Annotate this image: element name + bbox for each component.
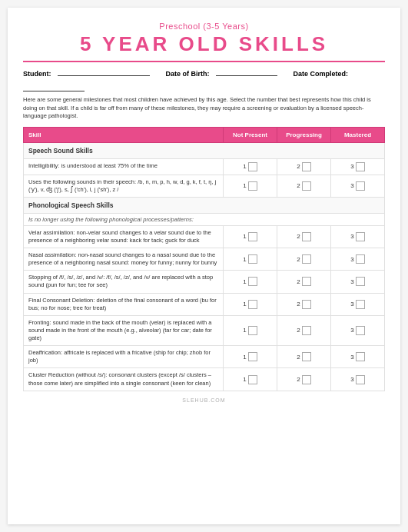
checkbox[interactable] xyxy=(248,352,257,361)
checkbox[interactable] xyxy=(356,300,365,309)
skill-cell: Final Consonant Deletion: deletion of th… xyxy=(24,293,224,315)
table-row: Nasal assimilation: non-nasal sound chan… xyxy=(24,248,385,271)
checkbox[interactable] xyxy=(248,254,257,264)
checkbox[interactable] xyxy=(248,300,257,309)
checkbox[interactable] xyxy=(302,181,311,191)
student-line xyxy=(58,68,150,76)
mastered-cell[interactable]: 3 xyxy=(331,368,385,391)
section-row: Speech Sound Skills xyxy=(24,142,385,158)
not-present-cell[interactable]: 1 xyxy=(224,293,277,315)
checkbox[interactable] xyxy=(302,254,311,264)
skill-cell: Velar assimilation: non-velar sound chan… xyxy=(24,225,224,248)
col-mastered: Mastered xyxy=(331,127,385,142)
skill-cell: Stopping of /f/, /s/, /z/, and /v/: /f/,… xyxy=(24,271,224,293)
checkbox[interactable] xyxy=(356,326,365,335)
table-row: Uses the following sounds in their speec… xyxy=(24,175,385,197)
student-label: Student: xyxy=(23,70,51,78)
checkbox[interactable] xyxy=(248,181,257,191)
progressing-cell[interactable]: 2 xyxy=(277,225,331,248)
checkbox[interactable] xyxy=(302,352,311,361)
checkbox[interactable] xyxy=(356,181,365,191)
progressing-cell[interactable]: 2 xyxy=(277,293,331,315)
not-present-cell[interactable]: 1 xyxy=(224,315,277,345)
page: Preschool (3-5 Years) 5 YEAR OLD SKILLS … xyxy=(8,8,400,524)
dob-label: Date of Birth: xyxy=(166,70,210,78)
col-not-present: Not Present xyxy=(224,127,277,142)
progressing-cell[interactable]: 2 xyxy=(277,158,331,175)
checkbox[interactable] xyxy=(248,326,257,335)
footer: SLEHUB.COM xyxy=(23,397,385,403)
progressing-cell[interactable]: 2 xyxy=(277,248,331,271)
checkbox[interactable] xyxy=(302,162,311,171)
checkbox[interactable] xyxy=(356,232,365,241)
checkbox[interactable] xyxy=(356,352,365,361)
table-row: Final Consonant Deletion: deletion of th… xyxy=(24,293,385,315)
info-row: Student: Date of Birth: Date Completed: xyxy=(23,68,385,91)
skill-cell: Fronting: sound made in the back of the … xyxy=(24,315,224,345)
dob-line xyxy=(216,68,277,76)
skills-table: Skill Not Present Progressing Mastered S… xyxy=(23,127,385,391)
checkbox[interactable] xyxy=(248,277,257,286)
col-skill: Skill xyxy=(24,127,224,142)
mastered-cell[interactable]: 3 xyxy=(331,225,385,248)
table-row: Deaffrication: affricate is replaced wit… xyxy=(24,346,385,368)
mastered-cell[interactable]: 3 xyxy=(331,293,385,315)
subsection-row: Is no longer using the following phonolo… xyxy=(24,213,385,225)
progressing-cell[interactable]: 2 xyxy=(277,368,331,391)
section-row: Phonological Speech Skills xyxy=(24,197,385,213)
mastered-cell[interactable]: 3 xyxy=(331,271,385,293)
checkbox[interactable] xyxy=(356,254,365,264)
checkbox[interactable] xyxy=(302,300,311,309)
table-row: Fronting: sound made in the back of the … xyxy=(24,315,385,345)
not-present-cell[interactable]: 1 xyxy=(224,346,277,368)
mastered-cell[interactable]: 3 xyxy=(331,346,385,368)
not-present-cell[interactable]: 1 xyxy=(224,271,277,293)
progressing-cell[interactable]: 2 xyxy=(277,315,331,345)
description: Here are some general milestones that mo… xyxy=(23,96,385,121)
skill-cell: Cluster Reduction (without /s/): consona… xyxy=(24,368,224,391)
not-present-cell[interactable]: 1 xyxy=(224,248,277,271)
checkbox[interactable] xyxy=(356,375,365,384)
not-present-cell[interactable]: 1 xyxy=(224,368,277,391)
not-present-cell[interactable]: 1 xyxy=(224,175,277,197)
mastered-cell[interactable]: 3 xyxy=(331,315,385,345)
completed-label: Date Completed: xyxy=(294,70,349,78)
skill-cell: Nasal assimilation: non-nasal sound chan… xyxy=(24,248,224,271)
mastered-cell[interactable]: 3 xyxy=(331,158,385,175)
checkbox[interactable] xyxy=(302,326,311,335)
progressing-cell[interactable]: 2 xyxy=(277,346,331,368)
subtitle: Preschool (3-5 Years) xyxy=(23,22,385,31)
not-present-cell[interactable]: 1 xyxy=(224,225,277,248)
completed-line xyxy=(23,84,85,91)
table-row: Stopping of /f/, /s/, /z/, and /v/: /f/,… xyxy=(24,271,385,293)
mastered-cell[interactable]: 3 xyxy=(331,248,385,271)
progressing-cell[interactable]: 2 xyxy=(277,271,331,293)
table-row: Cluster Reduction (without /s/): consona… xyxy=(24,368,385,391)
skill-cell: Deaffrication: affricate is replaced wit… xyxy=(24,346,224,368)
checkbox[interactable] xyxy=(302,375,311,384)
table-row: Intelligibility: is understood at least … xyxy=(24,158,385,175)
checkbox[interactable] xyxy=(302,277,311,286)
checkbox[interactable] xyxy=(248,232,257,241)
title: 5 YEAR OLD SKILLS xyxy=(23,32,385,62)
skill-cell: Uses the following sounds in their speec… xyxy=(24,175,224,197)
not-present-cell[interactable]: 1 xyxy=(224,158,277,175)
progressing-cell[interactable]: 2 xyxy=(277,175,331,197)
col-progressing: Progressing xyxy=(277,127,331,142)
checkbox[interactable] xyxy=(356,162,365,171)
checkbox[interactable] xyxy=(356,277,365,286)
checkbox[interactable] xyxy=(302,232,311,241)
skill-cell: Intelligibility: is understood at least … xyxy=(24,158,224,175)
mastered-cell[interactable]: 3 xyxy=(331,175,385,197)
table-row: Velar assimilation: non-velar sound chan… xyxy=(24,225,385,248)
checkbox[interactable] xyxy=(248,162,257,171)
checkbox[interactable] xyxy=(248,375,257,384)
